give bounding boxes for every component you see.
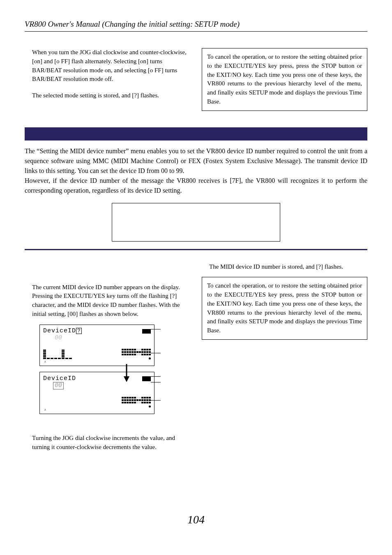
- step3-body: Turning the JOG dial clockwise increment…: [32, 434, 190, 452]
- top-columns: When you turn the JOG dial clockwise and…: [25, 48, 367, 111]
- lcd1-caret: ∧: [43, 360, 151, 364]
- svg-marker-1: [124, 376, 129, 382]
- lcd2-title: DeviceID: [43, 375, 76, 382]
- lower-right-col: The MIDI device ID number is stored, and…: [202, 263, 367, 340]
- down-arrow-icon: [122, 364, 131, 382]
- lcd-stack: DeviceID? 00: [39, 325, 154, 415]
- lcd1-tracks: [43, 350, 72, 359]
- lower-note-box: To cancel the operation, or to restore t…: [202, 277, 367, 340]
- top-left-col: When you turn the JOG dial clockwise and…: [25, 48, 190, 100]
- lcd2-lr-meters: [122, 397, 151, 408]
- page-number: 104: [0, 513, 392, 526]
- lcd-unit-1: DeviceID? 00: [39, 325, 154, 366]
- lower-left-col: The current MIDI device ID number appear…: [25, 263, 190, 452]
- mid-box-wrap: [25, 203, 367, 242]
- access-dot-icon: [149, 405, 151, 408]
- top-note-box: To cancel the operation, or to restore t…: [202, 48, 367, 111]
- lcd1-lr-meters: [122, 349, 151, 359]
- top-right-col: To cancel the operation, or to restore t…: [202, 48, 367, 111]
- section-intro: The “Setting the MIDI device number” men…: [25, 146, 367, 196]
- step4-body: The MIDI device ID number is stored, and…: [209, 263, 367, 272]
- thick-divider: [25, 249, 367, 250]
- lcd1-title: DeviceID: [43, 327, 76, 334]
- mid-settings-box: [112, 203, 280, 242]
- header-rule: [25, 31, 367, 32]
- access-dot-icon: [149, 357, 151, 359]
- page-header-title: VR800 Owner's Manual (Changing the initi…: [25, 20, 367, 29]
- lcd1-prog-icon: [142, 329, 151, 334]
- section-title-bar: [25, 127, 367, 140]
- lcd1-qmark: ?: [76, 328, 82, 334]
- lower-columns: The current MIDI device ID number appear…: [25, 263, 367, 452]
- lcd2-prog-icon: [142, 376, 151, 381]
- lcd2-caret: ∧: [43, 408, 151, 412]
- lcd1-value: 00: [55, 335, 151, 342]
- lcd2-value: 00: [53, 382, 64, 390]
- step2-body: The current MIDI device ID number appear…: [32, 283, 190, 319]
- step6-body: The selected mode setting is stored, and…: [32, 91, 190, 100]
- lcd-unit-2: DeviceID 00: [39, 372, 154, 414]
- step5-body: When you turn the JOG dial clockwise and…: [32, 48, 190, 84]
